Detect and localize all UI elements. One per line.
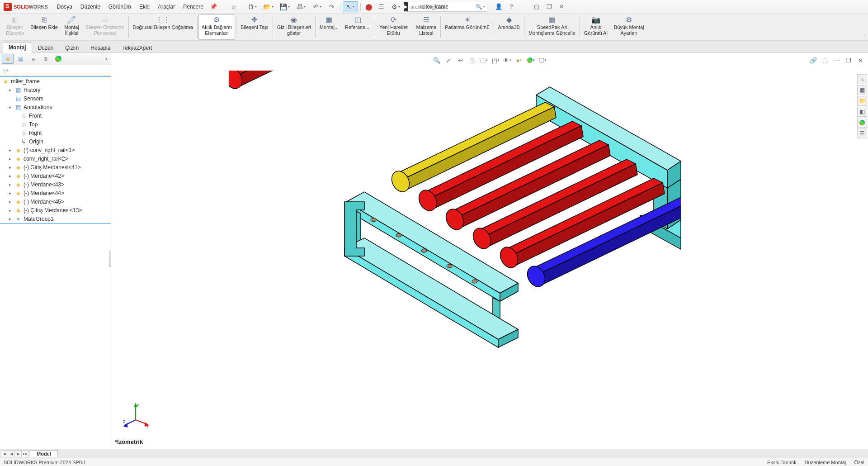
tree-item[interactable]: ▸◈(-) Çıkış Merdanesi<13> (0, 206, 111, 214)
appearance-button[interactable]: ● (514, 55, 524, 65)
twisty-icon[interactable]: ▸ (7, 191, 13, 195)
rebuild-button[interactable]: ⬤ (363, 1, 375, 12)
ribbon-referans-[interactable]: ◫Referans ... (342, 14, 374, 40)
settings-button[interactable]: ⚙ (388, 1, 404, 12)
hide-show-button[interactable]: 👁 (502, 55, 512, 65)
nav-first-icon[interactable]: ⏮ (1, 450, 8, 457)
tree-item[interactable]: ▸▤Annotations (0, 103, 111, 111)
twisty-icon[interactable]: ▸ (7, 174, 13, 178)
twisty-icon[interactable]: ▸ (7, 165, 13, 170)
tab-tekyazxpert[interactable]: TekyazXpert (116, 43, 158, 52)
tab-montaj[interactable]: Montaj (3, 42, 32, 52)
user-button[interactable]: 👤 (494, 2, 504, 12)
ribbon-b-y-k-montaj[interactable]: ⚙Büyük Montaj Ayarları (611, 14, 647, 40)
vp-close-button[interactable]: ✕ (855, 55, 865, 65)
zoom-area-button[interactable]: ⤢ (443, 55, 453, 65)
status-units[interactable]: Özel (854, 460, 864, 465)
twisty-icon[interactable]: ▸ (7, 217, 13, 221)
nav-next-icon[interactable]: ▶ (14, 450, 22, 457)
twisty-icon[interactable]: ▸ (7, 88, 13, 92)
ribbon-gizli-bile-enleri[interactable]: ◉Gizli Bileşenleri göster (274, 14, 314, 40)
tree-item[interactable]: ◇Top (0, 120, 111, 128)
tree-item[interactable]: ▸▤History (0, 86, 111, 94)
menu-düzenle[interactable]: Düzenle (77, 2, 104, 11)
section-view-button[interactable]: ◫ (467, 55, 477, 65)
scene-button[interactable] (526, 55, 536, 65)
view-orient-button[interactable]: ⬚ (479, 55, 489, 65)
property-tab[interactable]: ▤ (14, 54, 26, 64)
tree-item[interactable]: ▸◈(-) Merdane<44> (0, 189, 111, 197)
ribbon-anl-k[interactable]: 📷Anlık Görüntü Al (581, 14, 611, 40)
tab-çizim[interactable]: Çizim (59, 43, 85, 52)
rail-resources-icon[interactable]: ▦ (857, 85, 867, 95)
twisty-icon[interactable]: ▸ (7, 157, 13, 161)
open-button[interactable]: 📂 (261, 1, 276, 12)
config-tab[interactable]: ⎒ (27, 54, 39, 64)
tree-item[interactable]: ▸◈(f) conv_right_rail<1> (0, 146, 111, 154)
viewport[interactable]: 🔍 ⤢ ↩ ◫ ⬚ ◳ 👁 ● 🖵 🔗 ▢ — ❐ ✕ ⌂ ▦ 📁 ◧ ☰ (111, 52, 868, 449)
search-drop-icon[interactable]: ▾ (483, 5, 487, 9)
tree-filter-bar[interactable]: ▽▾ (0, 65, 111, 76)
nav-last-icon[interactable]: ⏭ (21, 450, 28, 457)
model-tab[interactable]: Model (30, 450, 58, 457)
rail-appearance-icon[interactable] (857, 118, 867, 128)
tab-düzen[interactable]: Düzen (32, 43, 60, 52)
rail-library-icon[interactable]: 📁 (857, 96, 867, 106)
tree-root[interactable]: ◈roller_frame (0, 77, 111, 86)
menu-pencere[interactable]: Pencere (179, 2, 207, 11)
menu-görünüm[interactable]: Görünüm (105, 2, 135, 11)
rail-props-icon[interactable]: ☰ (857, 128, 867, 138)
tab-hesapla[interactable]: Hesapla (85, 43, 116, 52)
vp-link-button[interactable]: 🔗 (808, 55, 818, 65)
ribbon-speedpak-alt[interactable]: ▦SpeedPak Alt Montajlarını Güncelle (525, 14, 579, 40)
tree-item[interactable]: ▸◈(-) Giriş Merdanesi<41> (0, 163, 111, 171)
menu-araçlar[interactable]: Araçlar (154, 2, 179, 11)
zoom-fit-button[interactable]: 🔍 (432, 55, 442, 65)
display-style-button[interactable]: ◳ (491, 55, 500, 65)
ribbon-an-nda3b[interactable]: ◆Anında3B (495, 14, 523, 40)
tree-item[interactable]: ▸◈(-) Merdane<45> (0, 197, 111, 206)
ribbon-do-rusal-bile-en-o-altma[interactable]: ⋮⋮Doğrusal Bileşen Çoğaltma (130, 14, 196, 40)
twisty-icon[interactable]: ▸ (7, 208, 13, 213)
ribbon-montaj-[interactable]: ▦Montaj... (316, 14, 342, 40)
ribbon-bile-eni-ta-[interactable]: ✥Bileşeni Taşı (237, 14, 272, 40)
home-button[interactable]: ⌂ (228, 1, 240, 12)
nav-prev-icon[interactable]: ◀ (8, 450, 15, 457)
prev-view-button[interactable]: ↩ (455, 55, 465, 65)
menu-ekle[interactable]: Ekle (136, 2, 153, 11)
render-button[interactable]: 🖵 (538, 55, 547, 65)
redo-button[interactable]: ↷ (326, 1, 338, 12)
tree-item[interactable]: ▸◈(-) Merdane<43> (0, 180, 111, 189)
ribbon-malzeme[interactable]: ☰Malzeme Listesi (413, 14, 440, 40)
feature-tree-tab[interactable]: ◈ (2, 54, 14, 64)
ribbon-patlatma-g-r-n-m-[interactable]: ✶Patlatma Görünümü (442, 14, 492, 40)
save-button[interactable]: 💾 (277, 1, 292, 12)
rail-view-icon[interactable]: ◧ (857, 107, 867, 117)
options-list-button[interactable]: ☰ (376, 1, 387, 12)
vp-min-button[interactable]: — (832, 55, 842, 65)
view-triad[interactable]: y x z (122, 402, 149, 429)
ribbon-ak-ll-ba-lant-[interactable]: ⚙Akıllı Bağlantı Elemanları (198, 14, 235, 40)
ribbon-montaj[interactable]: 🧷Montaj İlişkisi (61, 14, 82, 40)
tree-item[interactable]: ▸⚭MateGroup1 (0, 214, 111, 223)
close-button[interactable]: ✕ (557, 2, 567, 12)
rail-home-icon[interactable]: ⌂ (857, 74, 867, 84)
dim-tab[interactable]: ⊕ (40, 54, 52, 64)
twisty-icon[interactable]: ▸ (7, 105, 13, 109)
tree-item[interactable]: ↳Origin (0, 137, 111, 146)
ribbon-yeni-hareket[interactable]: ⟳Yeni Hareket Etüdü (376, 14, 411, 40)
restore2-button[interactable]: ❐ (544, 2, 554, 12)
minimize-button[interactable]: — (519, 2, 529, 12)
vp-new-button[interactable]: ▢ (820, 55, 830, 65)
new-button[interactable]: 🗋 (245, 1, 260, 12)
tree-item[interactable]: ▸◈(-) Merdane<42> (0, 171, 111, 180)
panel-expand-icon[interactable]: › (104, 56, 109, 62)
search-icon[interactable]: 🔍 (476, 4, 483, 10)
undo-button[interactable]: ↶ (310, 1, 325, 12)
tree-item[interactable]: ◇Right (0, 128, 111, 137)
print-button[interactable]: 🖶 (293, 1, 309, 12)
help-button[interactable]: ? (506, 2, 516, 12)
appearance-tab[interactable] (52, 54, 64, 64)
ribbon-collapse-icon[interactable]: ˇ (864, 34, 865, 39)
twisty-icon[interactable]: ▸ (7, 182, 13, 187)
